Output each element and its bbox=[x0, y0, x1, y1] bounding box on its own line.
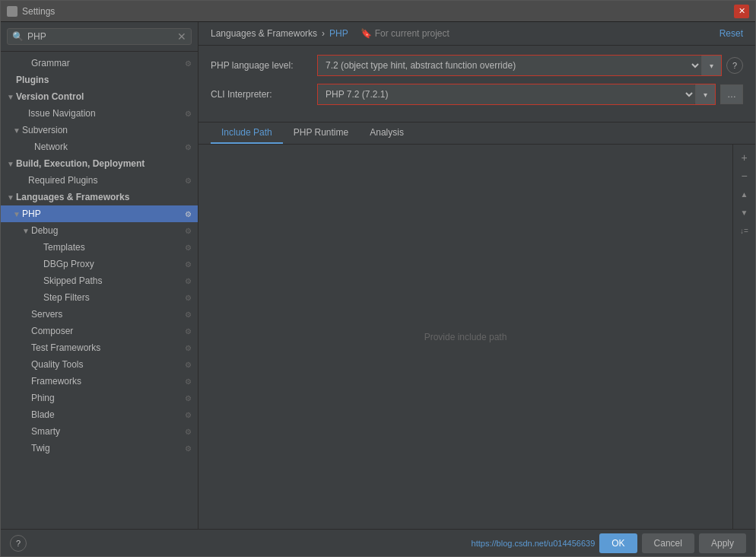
sidebar-item-plugins[interactable]: Plugins bbox=[1, 72, 198, 88]
sidebar-tree: Grammar ⚙ Plugins ▼ Version Control bbox=[1, 52, 198, 529]
settings-icon: ⚙ bbox=[185, 361, 192, 369]
sidebar-item-label: Templates bbox=[43, 242, 85, 253]
search-clear-icon[interactable]: ✕ bbox=[177, 31, 186, 42]
sidebar-item-composer[interactable]: Composer ⚙ bbox=[1, 323, 198, 339]
arrow-icon: ▼ bbox=[22, 227, 31, 235]
cli-interpreter-label: CLI Interpreter: bbox=[211, 89, 317, 100]
cli-interpreter-wrap: PHP 7.2 (7.2.1) ▾ … bbox=[317, 84, 743, 105]
content-area: 🔍 ✕ Grammar ⚙ Plugins bbox=[1, 22, 755, 529]
sidebar-item-php[interactable]: ▼ PHP ⚙ bbox=[1, 205, 198, 222]
help-button[interactable]: ? bbox=[726, 57, 743, 74]
bottom-left: ? bbox=[10, 535, 27, 552]
sidebar-item-issue-navigation[interactable]: Issue Navigation ⚙ bbox=[1, 105, 198, 122]
bookmark-icon: 🔖 bbox=[361, 28, 372, 39]
sidebar-item-frameworks[interactable]: Frameworks ⚙ bbox=[1, 373, 198, 390]
sidebar-item-label: Subversion bbox=[22, 125, 68, 135]
main-header: Languages & Frameworks › PHP 🔖 For curre… bbox=[199, 22, 755, 46]
settings-icon: ⚙ bbox=[185, 260, 192, 269]
php-language-level-wrap: 7.2 (object type hint, abstract function… bbox=[317, 55, 743, 76]
tab-analysis[interactable]: Analysis bbox=[359, 123, 415, 144]
settings-icon: ⚙ bbox=[185, 310, 192, 319]
sidebar-item-label: Test Frameworks bbox=[31, 342, 100, 353]
sidebar-item-subversion[interactable]: ▼ Subversion bbox=[1, 122, 198, 138]
sidebar-item-templates[interactable]: Templates ⚙ bbox=[1, 239, 198, 256]
title-bar-left: Settings bbox=[7, 6, 55, 17]
cli-dropdown-arrow[interactable]: ▾ bbox=[695, 84, 715, 104]
settings-icon: ⚙ bbox=[185, 377, 192, 386]
close-button[interactable]: ✕ bbox=[734, 5, 749, 18]
sidebar-item-smarty[interactable]: Smarty ⚙ bbox=[1, 423, 198, 440]
php-level-dropdown-arrow[interactable]: ▾ bbox=[701, 56, 721, 75]
ok-button[interactable]: OK bbox=[599, 533, 637, 553]
sidebar-item-label: Required Plugins bbox=[28, 175, 97, 186]
sidebar-item-phing[interactable]: Phing ⚙ bbox=[1, 390, 198, 406]
php-language-level-select[interactable]: 7.2 (object type hint, abstract function… bbox=[318, 56, 701, 75]
settings-icon bbox=[7, 6, 17, 17]
sidebar-item-step-filters[interactable]: Step Filters ⚙ bbox=[1, 289, 198, 306]
settings-icon: ⚙ bbox=[185, 394, 192, 403]
sidebar-item-test-frameworks[interactable]: Test Frameworks ⚙ bbox=[1, 339, 198, 356]
apply-button[interactable]: Apply bbox=[699, 533, 746, 553]
settings-icon: ⚙ bbox=[185, 428, 192, 436]
tab-php-runtime[interactable]: PHP Runtime bbox=[283, 123, 359, 144]
php-language-level-row: PHP language level: 7.2 (object type hin… bbox=[211, 55, 743, 76]
tab-include-path[interactable]: Include Path bbox=[211, 123, 283, 144]
search-bar: 🔍 ✕ bbox=[1, 22, 198, 52]
url-link[interactable]: https://blog.csdn.net/u014456639 bbox=[472, 539, 596, 548]
settings-icon: ⚙ bbox=[185, 294, 192, 302]
sidebar-item-twig[interactable]: Twig ⚙ bbox=[1, 440, 198, 457]
settings-icon: ⚙ bbox=[185, 243, 192, 252]
sidebar-item-network[interactable]: Network ⚙ bbox=[1, 138, 198, 155]
sidebar-item-label: Grammar bbox=[31, 58, 70, 68]
sidebar-item-quality-tools[interactable]: Quality Tools ⚙ bbox=[1, 356, 198, 373]
arrow-icon: ▼ bbox=[13, 210, 22, 218]
breadcrumb-current: PHP bbox=[329, 28, 348, 39]
sidebar-item-label: PHP bbox=[22, 208, 41, 219]
sidebar-item-version-control[interactable]: ▼ Version Control bbox=[1, 88, 198, 105]
arrow-icon: ▼ bbox=[7, 93, 16, 101]
search-icon: 🔍 bbox=[12, 31, 24, 42]
sidebar-item-label: Servers bbox=[31, 309, 62, 320]
sidebar-item-label: Skipped Paths bbox=[43, 275, 102, 286]
sidebar-item-blade[interactable]: Blade ⚙ bbox=[1, 406, 198, 423]
sidebar-item-dbgp-proxy[interactable]: DBGp Proxy ⚙ bbox=[1, 256, 198, 272]
sidebar-item-languages-frameworks[interactable]: ▼ Languages & Frameworks bbox=[1, 189, 198, 205]
sidebar-item-debug[interactable]: ▼ Debug ⚙ bbox=[1, 222, 198, 239]
cancel-button[interactable]: Cancel bbox=[642, 533, 694, 553]
sidebar-item-label: Composer bbox=[31, 326, 73, 336]
cli-interpreter-select[interactable]: PHP 7.2 (7.2.1) bbox=[318, 84, 695, 104]
remove-path-button[interactable]: − bbox=[736, 167, 753, 184]
move-up-button[interactable]: ▲ bbox=[736, 186, 753, 202]
settings-icon: ⚙ bbox=[185, 227, 192, 235]
reset-button[interactable]: Reset bbox=[719, 28, 743, 39]
settings-icon: ⚙ bbox=[185, 59, 192, 68]
bottom-right: https://blog.csdn.net/u014456639 OK Canc… bbox=[472, 533, 746, 553]
cli-interpreter-row: CLI Interpreter: PHP 7.2 (7.2.1) ▾ … bbox=[211, 84, 743, 105]
sidebar-item-label: Blade bbox=[31, 409, 55, 420]
sidebar-item-servers[interactable]: Servers ⚙ bbox=[1, 306, 198, 323]
include-path-panel: Provide include path + − ▲ ▼ ↓= bbox=[199, 145, 755, 529]
settings-icon: ⚙ bbox=[185, 277, 192, 285]
sort-button[interactable]: ↓= bbox=[736, 222, 753, 239]
bottom-bar: ? https://blog.csdn.net/u014456639 OK Ca… bbox=[1, 529, 755, 556]
arrow-icon: ▼ bbox=[13, 126, 22, 135]
for-project-label: 🔖 For current project bbox=[361, 28, 449, 39]
sidebar-item-label: Build, Execution, Deployment bbox=[16, 158, 145, 169]
main-panel: Languages & Frameworks › PHP 🔖 For curre… bbox=[199, 22, 755, 529]
sidebar-item-build-execution[interactable]: ▼ Build, Execution, Deployment bbox=[1, 155, 198, 172]
breadcrumb-separator: › bbox=[322, 28, 325, 39]
sidebar-item-label: Smarty bbox=[31, 426, 60, 437]
arrow-icon: ▼ bbox=[7, 160, 16, 168]
settings-icon: ⚙ bbox=[185, 327, 192, 336]
sidebar-item-label: Debug bbox=[31, 225, 58, 236]
search-input[interactable] bbox=[27, 31, 173, 42]
add-path-button[interactable]: + bbox=[736, 149, 753, 166]
cli-more-button[interactable]: … bbox=[720, 84, 743, 104]
settings-icon: ⚙ bbox=[185, 344, 192, 352]
help-circle-button[interactable]: ? bbox=[10, 535, 27, 552]
sidebar-item-skipped-paths[interactable]: Skipped Paths ⚙ bbox=[1, 272, 198, 289]
move-down-button[interactable]: ▼ bbox=[736, 204, 753, 221]
sidebar-item-required-plugins[interactable]: Required Plugins ⚙ bbox=[1, 172, 198, 189]
breadcrumb: Languages & Frameworks › PHP 🔖 For curre… bbox=[211, 28, 449, 39]
sidebar-item-grammar[interactable]: Grammar ⚙ bbox=[1, 55, 198, 72]
